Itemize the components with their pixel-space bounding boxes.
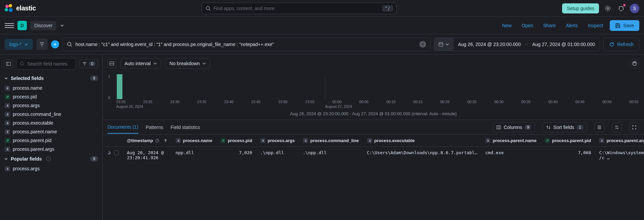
open-button[interactable]: Open	[518, 21, 537, 30]
help-icon[interactable]	[603, 4, 612, 13]
histogram-layout-button[interactable]	[107, 59, 116, 68]
selected-fields-header[interactable]: Selected fields 8	[0, 73, 102, 84]
x-tick: 00:55	[629, 100, 639, 104]
field-item[interactable]: #process.pid	[2, 92, 100, 101]
field-item[interactable]: kprocess.name	[2, 84, 100, 92]
save-visualization-button[interactable]	[630, 59, 639, 68]
histogram-controls: Auto interval No breakdown	[103, 55, 644, 72]
time-picker-toggle[interactable]	[434, 38, 453, 51]
settings-button[interactable]	[612, 122, 622, 132]
tab-documents[interactable]: Documents (1)	[107, 121, 138, 134]
sliders-icon	[614, 125, 619, 130]
x-tick: 00:40	[548, 100, 558, 104]
sort-icon	[546, 125, 551, 130]
setup-guides-button[interactable]: Setup guides	[562, 3, 599, 13]
refresh-label: Refresh	[617, 42, 634, 47]
collapse-sidebar-button[interactable]	[4, 59, 13, 68]
elastic-logo[interactable]: elastic	[5, 4, 36, 13]
field-search-input[interactable]: Search field names	[16, 58, 76, 70]
top-right-actions: Setup guides S	[562, 3, 639, 13]
table-cell: 7,068	[541, 147, 595, 164]
field-item[interactable]: kprocess.parent.name	[2, 127, 100, 136]
field-item[interactable]: kprocess.args	[2, 164, 100, 173]
columns-icon	[496, 125, 501, 130]
breakdown-select[interactable]: No breakdown	[165, 58, 210, 69]
table-header-parent-pid[interactable]: #process.parent.pid	[541, 135, 595, 147]
histogram-x-ticks: 23:2023:2523:3023:3523:4023:4523:5023:55…	[116, 100, 639, 104]
time-to: Aug 27, 2024 @ 01:00:00.000	[532, 42, 595, 47]
app-chevron-down-icon[interactable]	[60, 23, 64, 28]
nav-toggle-button[interactable]	[5, 21, 14, 30]
field-name: process.command_line	[13, 112, 61, 117]
add-filter-button[interactable]: +	[51, 39, 59, 50]
fullscreen-icon	[632, 125, 637, 130]
field-item[interactable]: kprocess.executable	[2, 119, 100, 127]
query-text: host.name : "c1" and winlog.event_id : "…	[76, 42, 416, 47]
x-tick: 00:30	[494, 100, 504, 104]
x-tick: 00:10	[386, 100, 396, 104]
table-header-process-name[interactable]: kprocess.name	[172, 135, 216, 147]
x-tick: 00:05	[359, 100, 369, 104]
global-search-input[interactable]: Find apps, content, and more. ^/	[202, 3, 397, 14]
table-header-process-exec[interactable]: kprocess.executable	[363, 135, 481, 147]
table-header-timestamp[interactable]: @timestamp	[123, 135, 172, 147]
field-item[interactable]: kprocess.command_line	[2, 110, 100, 119]
sort-asc-icon[interactable]	[164, 139, 168, 143]
histogram-chart[interactable]: 1 0 23:2023:2523:3023:3523:4023:4523:502…	[103, 72, 644, 109]
sort-fields-button[interactable]: Sort fields 1	[542, 122, 587, 132]
x-sublabel-mid: August 27, 2024	[325, 104, 352, 108]
elastic-logo-icon	[5, 4, 13, 13]
field-name: process.args	[13, 166, 40, 171]
expand-row-icon[interactable]	[107, 150, 112, 156]
data-view-selector[interactable]: logs-*	[5, 39, 33, 50]
svg-line-13	[23, 65, 24, 66]
global-search-shortcut: ^/	[382, 5, 393, 11]
info-icon[interactable]: i	[46, 157, 51, 161]
histogram-gridline	[325, 74, 325, 101]
field-item[interactable]: kprocess.parent.args	[2, 145, 100, 153]
fullscreen-button[interactable]	[629, 122, 639, 132]
new-button[interactable]: New	[499, 21, 515, 30]
query-input[interactable]: host.name : "c1" and winlog.event_id : "…	[62, 38, 430, 51]
columns-button[interactable]: Columns 9	[493, 122, 535, 132]
svg-point-23	[616, 126, 617, 127]
row-checkbox[interactable]	[114, 150, 119, 155]
clear-query-button[interactable]: ✕	[419, 41, 426, 48]
user-avatar[interactable]: S	[630, 4, 639, 13]
svg-rect-20	[497, 126, 501, 129]
display-options-button[interactable]	[594, 122, 604, 132]
alerts-button[interactable]: Alerts	[562, 21, 581, 30]
time-picker[interactable]: Aug 26, 2024 @ 23:20:00.000 → Aug 27, 20…	[434, 38, 600, 51]
share-button[interactable]: Share	[540, 21, 559, 30]
table-header-controls	[103, 135, 123, 147]
table-header-process-args[interactable]: kprocess.args	[256, 135, 299, 147]
lens-icon	[632, 61, 637, 66]
refresh-button[interactable]: Refresh	[603, 38, 639, 51]
field-item[interactable]: kprocess.args	[2, 101, 100, 110]
calendar-icon	[438, 42, 444, 47]
app-name-pill[interactable]: Discover	[30, 21, 56, 30]
filter-button[interactable]	[36, 39, 48, 50]
tab-patterns[interactable]: Patterns	[146, 121, 163, 133]
svg-point-2	[605, 6, 610, 11]
y-tick-1: 1	[108, 74, 110, 78]
table-header-process-cmdline[interactable]: kprocess.command_line	[299, 135, 363, 147]
table-header-process-pid[interactable]: #process.pid	[216, 135, 256, 147]
clock-icon	[155, 138, 159, 143]
keyword-type-icon: k	[5, 86, 10, 91]
tab-field-statistics[interactable]: Field statistics	[171, 121, 200, 133]
inspect-button[interactable]: Inspect	[585, 21, 606, 30]
table-header-parent-args[interactable]: kprocess.parent.args	[595, 135, 644, 147]
popular-fields-count: 8	[90, 156, 98, 162]
field-item[interactable]: #process.parent.pid	[2, 136, 100, 145]
field-name: process.parent.name	[13, 129, 57, 134]
save-button[interactable]: Save	[610, 20, 639, 31]
newsfeed-icon[interactable]	[616, 4, 626, 13]
popular-fields-header[interactable]: Popular fields i 8	[0, 153, 102, 164]
field-filter-button[interactable]: 0	[79, 59, 98, 68]
th-timestamp-label: @timestamp	[127, 138, 153, 143]
interval-select[interactable]: Auto interval	[120, 58, 161, 69]
table-header-parent-name[interactable]: kprocess.parent.name	[481, 135, 541, 147]
x-tick: 23:25	[143, 100, 152, 104]
table-row[interactable]: Aug 26, 2024 @ 23:20:41.926npp.dll7,020.…	[103, 147, 644, 164]
